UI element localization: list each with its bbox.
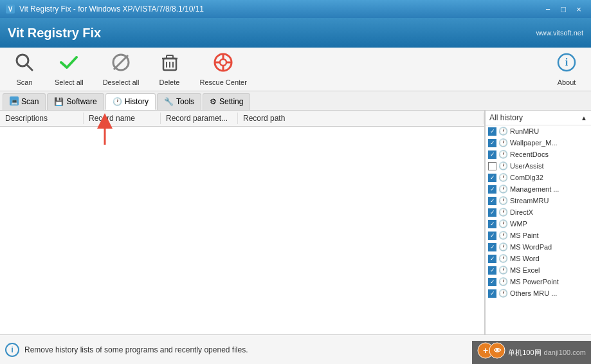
panel-item-checkbox-0[interactable]: ✓ — [488, 127, 496, 136]
svg-text:👁: 👁 — [494, 347, 502, 354]
panel-item-1[interactable]: ✓🕐Wallpaper_M... — [486, 137, 591, 149]
tab-software-label: Software — [66, 97, 96, 106]
panel-item-icon-14: 🕐 — [498, 289, 508, 298]
scroll-up-arrow[interactable]: ▲ — [581, 114, 587, 122]
app-header: Vit Registry Fix www.vitsoft.net — [0, 18, 591, 48]
panel-item-icon-4: 🕐 — [498, 173, 508, 182]
right-panel: All history ▲ ✓🕐RunMRU✓🕐Wallpaper_M...✓🕐… — [485, 111, 591, 334]
panel-item-checkbox-13[interactable]: ✓ — [488, 278, 496, 286]
main-table: Descriptions Record name Record paramet.… — [0, 111, 485, 334]
panel-item-label-0: RunMRU — [510, 127, 539, 135]
delete-label: Delete — [159, 78, 180, 86]
delete-icon — [159, 52, 180, 77]
panel-item-5[interactable]: ✓🕐Management ... — [486, 183, 591, 195]
app-title: Vit Registry Fix — [8, 26, 101, 41]
panel-item-label-12: MS Excel — [510, 266, 540, 274]
panel-item-checkbox-6[interactable]: ✓ — [488, 197, 496, 205]
panel-item-11[interactable]: ✓🕐MS Word — [486, 253, 591, 264]
panel-item-checkbox-4[interactable]: ✓ — [488, 174, 496, 182]
tab-setting-label: Setting — [219, 97, 243, 106]
select-all-label: Select all — [55, 78, 84, 86]
tab-software[interactable]: 💾 Software — [47, 93, 104, 110]
deselect-all-button[interactable]: Deselect all — [95, 51, 148, 88]
scan-toolbar-button[interactable]: Scan — [5, 51, 44, 88]
panel-item-checkbox-8[interactable]: ✓ — [488, 220, 496, 228]
select-all-button[interactable]: Select all — [46, 51, 92, 88]
panel-item-2[interactable]: ✓🕐RecentDocs — [486, 149, 591, 160]
toolbar: Scan Select all Deselect all — [0, 48, 591, 91]
col-header-record-name[interactable]: Record name — [84, 113, 161, 124]
right-panel-list: ✓🕐RunMRU✓🕐Wallpaper_M...✓🕐RecentDocs🕐Use… — [486, 125, 591, 334]
panel-item-label-13: MS PowerPoint — [510, 278, 559, 286]
panel-item-13[interactable]: ✓🕐MS PowerPoint — [486, 276, 591, 287]
panel-item-checkbox-12[interactable]: ✓ — [488, 266, 496, 275]
panel-item-label-4: ComDlg32 — [510, 174, 543, 181]
col-header-descriptions[interactable]: Descriptions — [0, 113, 84, 124]
panel-item-icon-7: 🕐 — [498, 208, 508, 217]
panel-item-4[interactable]: ✓🕐ComDlg32 — [486, 172, 591, 183]
svg-point-13 — [220, 59, 226, 66]
scan-label: Scan — [16, 78, 32, 86]
panel-item-9[interactable]: ✓🕐MS Paint — [486, 230, 591, 241]
panel-item-checkbox-14[interactable]: ✓ — [488, 289, 496, 298]
panel-item-12[interactable]: ✓🕐MS Excel — [486, 264, 591, 276]
panel-item-checkbox-7[interactable]: ✓ — [488, 208, 496, 217]
panel-item-label-11: MS Word — [510, 255, 540, 262]
col-header-record-path[interactable]: Record path — [238, 113, 484, 124]
panel-item-14[interactable]: ✓🕐Others MRU ... — [486, 287, 591, 299]
scan-icon — [14, 52, 35, 77]
close-button[interactable]: × — [572, 3, 586, 15]
panel-item-icon-1: 🕐 — [498, 138, 508, 147]
panel-item-checkbox-3[interactable] — [488, 162, 496, 170]
tab-history[interactable]: 🕐 History — [105, 93, 156, 110]
tab-setting[interactable]: ⚙ Setting — [203, 93, 250, 110]
app-icon: V — [5, 4, 15, 14]
delete-button[interactable]: Delete — [150, 51, 189, 88]
panel-item-icon-11: 🕐 — [498, 254, 508, 263]
svg-text:+: + — [483, 345, 488, 356]
panel-item-label-5: Management ... — [510, 185, 559, 193]
panel-item-checkbox-9[interactable]: ✓ — [488, 232, 496, 240]
title-bar: V Vit Registry Fix - for Windows XP/VIST… — [0, 0, 591, 18]
tabs-bar: 💻 Scan 💾 Software 🕐 History 🔧 Tools ⚙ Se… — [0, 91, 591, 111]
rescue-center-label: Rescue Center — [200, 78, 247, 86]
tab-software-icon: 💾 — [54, 97, 64, 106]
deselect-all-label: Deselect all — [103, 78, 140, 86]
tab-tools[interactable]: 🔧 Tools — [157, 93, 201, 110]
panel-item-checkbox-1[interactable]: ✓ — [488, 139, 496, 147]
footer-watermark: + 👁 单机100网 danji100.com — [472, 341, 591, 364]
tab-scan[interactable]: 💻 Scan — [3, 93, 46, 110]
svg-text:i: i — [565, 57, 568, 68]
panel-item-checkbox-11[interactable]: ✓ — [488, 255, 496, 263]
table-body — [0, 127, 484, 255]
panel-item-3[interactable]: 🕐UserAssist — [486, 160, 591, 172]
tab-tools-icon: 🔧 — [164, 97, 174, 106]
panel-item-10[interactable]: ✓🕐MS WordPad — [486, 241, 591, 253]
maximize-button[interactable]: □ — [556, 3, 570, 15]
panel-item-icon-0: 🕐 — [498, 127, 508, 136]
panel-item-8[interactable]: ✓🕐WMP — [486, 218, 591, 230]
panel-item-label-7: DirectX — [510, 208, 533, 216]
panel-item-icon-13: 🕐 — [498, 277, 508, 286]
panel-item-checkbox-10[interactable]: ✓ — [488, 243, 496, 251]
svg-text:V: V — [8, 6, 13, 13]
panel-item-checkbox-2[interactable]: ✓ — [488, 150, 496, 159]
watermark-site: 单机100网 — [508, 348, 541, 358]
minimize-button[interactable]: − — [541, 3, 555, 15]
panel-item-label-3: UserAssist — [510, 162, 544, 170]
tab-tools-label: Tools — [176, 97, 194, 106]
svg-rect-8 — [167, 55, 173, 59]
panel-item-6[interactable]: ✓🕐StreamMRU — [486, 195, 591, 206]
panel-item-7[interactable]: ✓🕐DirectX — [486, 206, 591, 218]
svg-text:💻: 💻 — [11, 97, 18, 105]
about-button[interactable]: i About — [547, 51, 586, 88]
about-icon: i — [556, 52, 577, 77]
watermark-logo: + 👁 — [477, 342, 505, 363]
col-header-record-params[interactable]: Record paramet... — [161, 113, 238, 124]
right-panel-header: All history ▲ — [486, 111, 591, 125]
panel-item-icon-2: 🕐 — [498, 150, 508, 159]
rescue-center-button[interactable]: Rescue Center — [192, 51, 255, 88]
panel-item-0[interactable]: ✓🕐RunMRU — [486, 125, 591, 137]
panel-item-checkbox-5[interactable]: ✓ — [488, 185, 496, 194]
panel-item-icon-12: 🕐 — [498, 266, 508, 275]
